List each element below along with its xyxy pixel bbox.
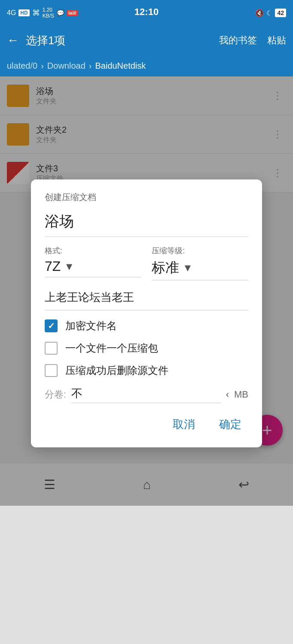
back-button[interactable]: ←	[7, 33, 19, 47]
format-select[interactable]: 7Z ▼	[45, 258, 141, 277]
status-time: 12:10	[134, 6, 159, 18]
level-value: 标准	[152, 258, 179, 277]
status-right-icons: 🔇 ☾ 42	[255, 9, 286, 17]
level-select[interactable]: 标准 ▼	[152, 258, 248, 280]
checkbox-delete-source-label: 压缩成功后删除源文件	[65, 364, 168, 377]
action-bar: ← 选择1项 我的书签 粘贴	[0, 26, 293, 55]
format-group: 格式: 7Z ▼	[45, 246, 141, 280]
split-label: 分卷:	[45, 388, 66, 401]
checkbox-encrypt-filename[interactable]	[45, 319, 58, 332]
breadcrumb-sep1: ›	[41, 61, 44, 71]
filename-field[interactable]: 浴场	[45, 212, 248, 237]
page-title: 选择1项	[26, 33, 212, 48]
breadcrumb-part3[interactable]: BaiduNetdisk	[95, 61, 146, 71]
split-value-field[interactable]: 不	[71, 386, 221, 403]
hd-icon: HD	[18, 9, 29, 16]
wifi-icon: ⌘	[32, 8, 40, 18]
speed-text: 1.20KB/S	[43, 7, 54, 19]
cancel-button[interactable]: 取消	[166, 413, 202, 435]
moon-icon: ☾	[266, 9, 272, 17]
breadcrumb: ulated/0 › Download › BaiduNetdisk	[0, 55, 293, 76]
level-label: 压缩等级:	[152, 246, 248, 256]
breadcrumb-part2[interactable]: Download	[47, 61, 85, 71]
format-dropdown-icon: ▼	[64, 261, 74, 273]
bookmark-button[interactable]: 我的书签	[219, 34, 257, 47]
paste-button[interactable]: 粘贴	[267, 34, 286, 47]
battery-indicator: 42	[275, 9, 286, 17]
checkbox-single-file-label: 一个文件一个压缩包	[65, 341, 158, 355]
checkbox-delete-source[interactable]	[45, 364, 58, 377]
checkbox-single-file[interactable]	[45, 342, 58, 355]
status-left-icons: 4G HD ⌘ 1.20KB/S 💬 laili	[7, 7, 78, 19]
app-icon: laili	[67, 10, 78, 16]
format-level-row: 格式: 7Z ▼ 压缩等级: 标准 ▼	[45, 246, 248, 280]
create-archive-dialog: 创建压缩文档 浴场 格式: 7Z ▼ 压缩等级: 标准 ▼ 上老王论坛当老王	[31, 179, 262, 447]
confirm-button[interactable]: 确定	[212, 413, 248, 435]
file-list: 浴场 文件夹 ⋮ 文件夹2 文件夹 ⋮ 文件3 压缩文件 ⋮ + 创建压缩文档 …	[0, 76, 293, 506]
signal-icon: 4G	[7, 9, 16, 17]
action-right-buttons: 我的书签 粘贴	[219, 34, 286, 47]
wechat-icon: 💬	[57, 9, 64, 16]
dialog-buttons: 取消 确定	[45, 413, 248, 435]
split-arrow-icon[interactable]: ‹	[226, 389, 229, 400]
split-unit-label: MB	[234, 389, 248, 400]
breadcrumb-sep2: ›	[89, 61, 92, 71]
dialog-title: 创建压缩文档	[45, 191, 248, 203]
checkbox-encrypt-filename-label: 加密文件名	[65, 319, 117, 333]
format-label: 格式:	[45, 246, 141, 256]
checkbox-single-file-row[interactable]: 一个文件一个压缩包	[45, 341, 248, 355]
split-row: 分卷: 不 ‹ MB	[45, 386, 248, 403]
status-bar: 4G HD ⌘ 1.20KB/S 💬 laili 12:10 🔇 ☾ 42	[0, 0, 293, 26]
password-field[interactable]: 上老王论坛当老王	[45, 284, 248, 310]
checkbox-delete-source-row[interactable]: 压缩成功后删除源文件	[45, 364, 248, 377]
level-dropdown-icon: ▼	[183, 262, 193, 274]
format-value: 7Z	[45, 258, 61, 274]
level-group: 压缩等级: 标准 ▼	[152, 246, 248, 280]
breadcrumb-part1[interactable]: ulated/0	[7, 61, 37, 71]
checkbox-encrypt-filename-row[interactable]: 加密文件名	[45, 319, 248, 333]
mute-icon: 🔇	[255, 9, 264, 17]
